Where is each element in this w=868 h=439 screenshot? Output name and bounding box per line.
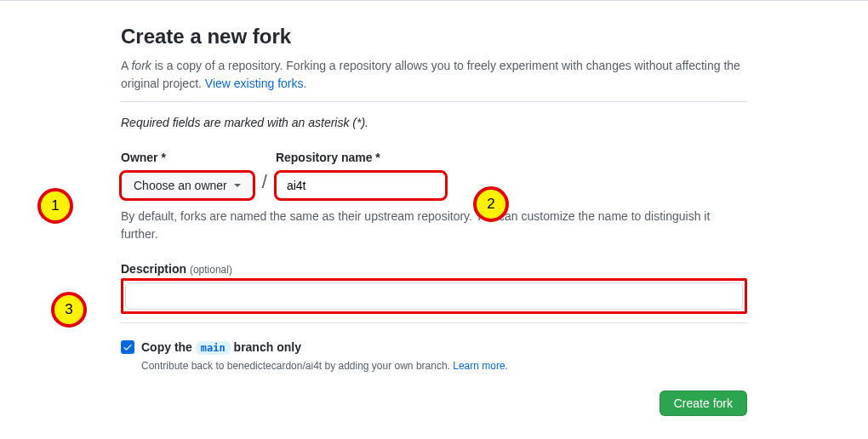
divider-2 [121, 322, 747, 323]
copy-branch-pre: Copy the [141, 340, 196, 354]
required-fields-note: Required fields are marked with an aster… [121, 114, 747, 132]
learn-more-link[interactable]: Learn more. [453, 360, 508, 372]
page-title: Create a new fork [121, 21, 747, 52]
copy-branch-help: Contribute back to benedictecardon/ai4t … [141, 358, 747, 373]
repo-name-label: Repository name * [276, 149, 446, 167]
branch-name-pill: main [196, 341, 231, 355]
copy-branch-post: branch only [231, 340, 301, 354]
copy-branch-help-text: Contribute back to benedictecardon/ai4t … [141, 360, 453, 372]
description-optional: (optional) [190, 264, 232, 276]
create-fork-button[interactable]: Create fork [660, 391, 747, 416]
annotation-badge-1: 1 [37, 188, 73, 224]
annotation-badge-3: 3 [51, 292, 87, 328]
description-input[interactable] [125, 282, 743, 310]
view-existing-forks-link[interactable]: View existing forks. [205, 77, 307, 90]
copy-branch-label: Copy the main branch only [141, 340, 301, 354]
repo-name-help: By default, forks are named the same as … [121, 208, 747, 243]
subtitle-pre: A [121, 59, 131, 72]
annotation-badge-2: 2 [473, 186, 509, 222]
owner-dropdown-value: Choose an owner [134, 177, 227, 195]
check-icon [123, 342, 133, 352]
subtitle-em: fork [131, 59, 151, 72]
divider [121, 101, 747, 102]
slash-separator: / [262, 168, 267, 199]
description-label: Description (optional) [121, 262, 232, 276]
caret-down-icon [234, 184, 241, 187]
repo-name-input[interactable] [276, 172, 446, 199]
page-subtitle: A fork is a copy of a repository. Forkin… [121, 57, 747, 93]
description-label-text: Description [121, 262, 190, 276]
copy-branch-checkbox[interactable] [121, 340, 134, 354]
owner-dropdown[interactable]: Choose an owner [121, 172, 254, 199]
owner-label: Owner * [121, 149, 254, 167]
